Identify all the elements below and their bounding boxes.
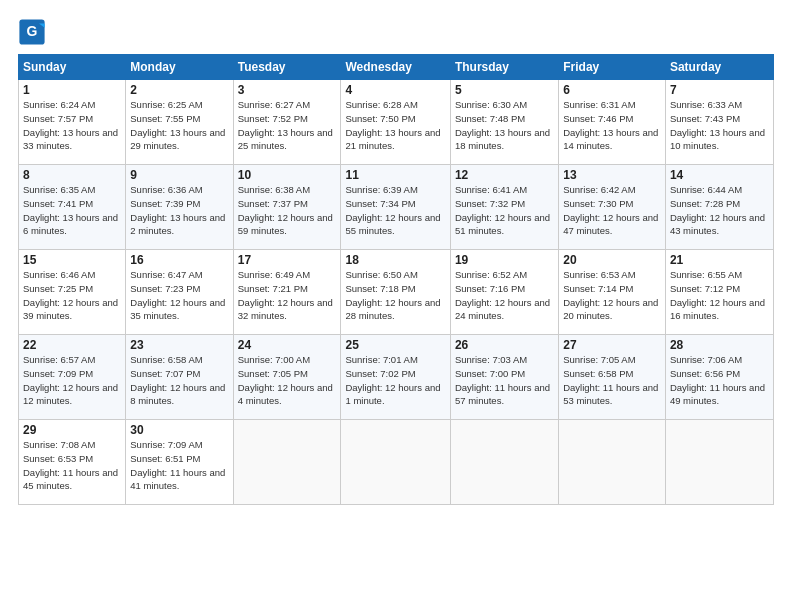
- calendar-cell: 29Sunrise: 7:08 AM Sunset: 6:53 PM Dayli…: [19, 420, 126, 505]
- calendar-table: SundayMondayTuesdayWednesdayThursdayFrid…: [18, 54, 774, 505]
- day-number: 20: [563, 253, 661, 267]
- calendar-cell: 24Sunrise: 7:00 AM Sunset: 7:05 PM Dayli…: [233, 335, 341, 420]
- day-detail: Sunrise: 7:00 AM Sunset: 7:05 PM Dayligh…: [238, 353, 337, 408]
- calendar-cell: 12Sunrise: 6:41 AM Sunset: 7:32 PM Dayli…: [450, 165, 558, 250]
- day-number: 25: [345, 338, 445, 352]
- calendar-cell: 4Sunrise: 6:28 AM Sunset: 7:50 PM Daylig…: [341, 80, 450, 165]
- day-number: 13: [563, 168, 661, 182]
- calendar-cell: 18Sunrise: 6:50 AM Sunset: 7:18 PM Dayli…: [341, 250, 450, 335]
- day-number: 19: [455, 253, 554, 267]
- calendar-cell: 1Sunrise: 6:24 AM Sunset: 7:57 PM Daylig…: [19, 80, 126, 165]
- day-detail: Sunrise: 6:33 AM Sunset: 7:43 PM Dayligh…: [670, 98, 769, 153]
- calendar-header-row: SundayMondayTuesdayWednesdayThursdayFrid…: [19, 55, 774, 80]
- calendar-cell: 14Sunrise: 6:44 AM Sunset: 7:28 PM Dayli…: [665, 165, 773, 250]
- day-number: 17: [238, 253, 337, 267]
- calendar-cell: 21Sunrise: 6:55 AM Sunset: 7:12 PM Dayli…: [665, 250, 773, 335]
- calendar-cell: [233, 420, 341, 505]
- day-detail: Sunrise: 7:03 AM Sunset: 7:00 PM Dayligh…: [455, 353, 554, 408]
- svg-text:G: G: [27, 23, 38, 39]
- calendar-cell: 16Sunrise: 6:47 AM Sunset: 7:23 PM Dayli…: [126, 250, 233, 335]
- calendar-cell: 30Sunrise: 7:09 AM Sunset: 6:51 PM Dayli…: [126, 420, 233, 505]
- calendar-week-row: 1Sunrise: 6:24 AM Sunset: 7:57 PM Daylig…: [19, 80, 774, 165]
- weekday-header-saturday: Saturday: [665, 55, 773, 80]
- calendar-cell: 26Sunrise: 7:03 AM Sunset: 7:00 PM Dayli…: [450, 335, 558, 420]
- calendar-body: 1Sunrise: 6:24 AM Sunset: 7:57 PM Daylig…: [19, 80, 774, 505]
- calendar-cell: 3Sunrise: 6:27 AM Sunset: 7:52 PM Daylig…: [233, 80, 341, 165]
- day-detail: Sunrise: 6:50 AM Sunset: 7:18 PM Dayligh…: [345, 268, 445, 323]
- calendar-cell: 15Sunrise: 6:46 AM Sunset: 7:25 PM Dayli…: [19, 250, 126, 335]
- calendar-cell: 10Sunrise: 6:38 AM Sunset: 7:37 PM Dayli…: [233, 165, 341, 250]
- day-detail: Sunrise: 6:41 AM Sunset: 7:32 PM Dayligh…: [455, 183, 554, 238]
- day-number: 2: [130, 83, 228, 97]
- day-detail: Sunrise: 6:52 AM Sunset: 7:16 PM Dayligh…: [455, 268, 554, 323]
- weekday-header-thursday: Thursday: [450, 55, 558, 80]
- weekday-header-monday: Monday: [126, 55, 233, 80]
- day-number: 15: [23, 253, 121, 267]
- day-detail: Sunrise: 6:38 AM Sunset: 7:37 PM Dayligh…: [238, 183, 337, 238]
- day-detail: Sunrise: 6:55 AM Sunset: 7:12 PM Dayligh…: [670, 268, 769, 323]
- day-detail: Sunrise: 6:49 AM Sunset: 7:21 PM Dayligh…: [238, 268, 337, 323]
- calendar-cell: 25Sunrise: 7:01 AM Sunset: 7:02 PM Dayli…: [341, 335, 450, 420]
- calendar-cell: 2Sunrise: 6:25 AM Sunset: 7:55 PM Daylig…: [126, 80, 233, 165]
- calendar-cell: 5Sunrise: 6:30 AM Sunset: 7:48 PM Daylig…: [450, 80, 558, 165]
- day-detail: Sunrise: 7:06 AM Sunset: 6:56 PM Dayligh…: [670, 353, 769, 408]
- day-detail: Sunrise: 6:35 AM Sunset: 7:41 PM Dayligh…: [23, 183, 121, 238]
- day-number: 26: [455, 338, 554, 352]
- calendar-week-row: 15Sunrise: 6:46 AM Sunset: 7:25 PM Dayli…: [19, 250, 774, 335]
- weekday-header-friday: Friday: [559, 55, 666, 80]
- day-number: 5: [455, 83, 554, 97]
- weekday-header-wednesday: Wednesday: [341, 55, 450, 80]
- day-detail: Sunrise: 6:44 AM Sunset: 7:28 PM Dayligh…: [670, 183, 769, 238]
- day-detail: Sunrise: 6:42 AM Sunset: 7:30 PM Dayligh…: [563, 183, 661, 238]
- day-number: 14: [670, 168, 769, 182]
- day-number: 28: [670, 338, 769, 352]
- day-number: 6: [563, 83, 661, 97]
- day-number: 23: [130, 338, 228, 352]
- calendar-cell: 7Sunrise: 6:33 AM Sunset: 7:43 PM Daylig…: [665, 80, 773, 165]
- calendar-week-row: 29Sunrise: 7:08 AM Sunset: 6:53 PM Dayli…: [19, 420, 774, 505]
- logo: G: [18, 18, 50, 46]
- day-detail: Sunrise: 6:39 AM Sunset: 7:34 PM Dayligh…: [345, 183, 445, 238]
- calendar-cell: 20Sunrise: 6:53 AM Sunset: 7:14 PM Dayli…: [559, 250, 666, 335]
- day-detail: Sunrise: 6:28 AM Sunset: 7:50 PM Dayligh…: [345, 98, 445, 153]
- day-detail: Sunrise: 7:01 AM Sunset: 7:02 PM Dayligh…: [345, 353, 445, 408]
- day-detail: Sunrise: 6:36 AM Sunset: 7:39 PM Dayligh…: [130, 183, 228, 238]
- calendar-cell: 9Sunrise: 6:36 AM Sunset: 7:39 PM Daylig…: [126, 165, 233, 250]
- day-detail: Sunrise: 6:53 AM Sunset: 7:14 PM Dayligh…: [563, 268, 661, 323]
- day-detail: Sunrise: 6:47 AM Sunset: 7:23 PM Dayligh…: [130, 268, 228, 323]
- day-number: 3: [238, 83, 337, 97]
- day-number: 30: [130, 423, 228, 437]
- calendar-cell: 27Sunrise: 7:05 AM Sunset: 6:58 PM Dayli…: [559, 335, 666, 420]
- day-detail: Sunrise: 6:24 AM Sunset: 7:57 PM Dayligh…: [23, 98, 121, 153]
- calendar-cell: 28Sunrise: 7:06 AM Sunset: 6:56 PM Dayli…: [665, 335, 773, 420]
- day-number: 29: [23, 423, 121, 437]
- day-number: 24: [238, 338, 337, 352]
- calendar-cell: [559, 420, 666, 505]
- weekday-header-tuesday: Tuesday: [233, 55, 341, 80]
- calendar-cell: [450, 420, 558, 505]
- calendar-cell: 13Sunrise: 6:42 AM Sunset: 7:30 PM Dayli…: [559, 165, 666, 250]
- day-detail: Sunrise: 6:25 AM Sunset: 7:55 PM Dayligh…: [130, 98, 228, 153]
- calendar-week-row: 22Sunrise: 6:57 AM Sunset: 7:09 PM Dayli…: [19, 335, 774, 420]
- calendar-cell: 22Sunrise: 6:57 AM Sunset: 7:09 PM Dayli…: [19, 335, 126, 420]
- day-detail: Sunrise: 6:31 AM Sunset: 7:46 PM Dayligh…: [563, 98, 661, 153]
- day-number: 10: [238, 168, 337, 182]
- day-number: 22: [23, 338, 121, 352]
- calendar-cell: [665, 420, 773, 505]
- day-detail: Sunrise: 7:05 AM Sunset: 6:58 PM Dayligh…: [563, 353, 661, 408]
- day-number: 21: [670, 253, 769, 267]
- day-number: 27: [563, 338, 661, 352]
- day-number: 12: [455, 168, 554, 182]
- calendar-cell: 19Sunrise: 6:52 AM Sunset: 7:16 PM Dayli…: [450, 250, 558, 335]
- day-detail: Sunrise: 6:46 AM Sunset: 7:25 PM Dayligh…: [23, 268, 121, 323]
- weekday-header-sunday: Sunday: [19, 55, 126, 80]
- day-detail: Sunrise: 6:58 AM Sunset: 7:07 PM Dayligh…: [130, 353, 228, 408]
- day-number: 9: [130, 168, 228, 182]
- day-detail: Sunrise: 7:09 AM Sunset: 6:51 PM Dayligh…: [130, 438, 228, 493]
- day-number: 7: [670, 83, 769, 97]
- day-number: 16: [130, 253, 228, 267]
- day-detail: Sunrise: 6:27 AM Sunset: 7:52 PM Dayligh…: [238, 98, 337, 153]
- day-number: 8: [23, 168, 121, 182]
- day-number: 4: [345, 83, 445, 97]
- day-number: 1: [23, 83, 121, 97]
